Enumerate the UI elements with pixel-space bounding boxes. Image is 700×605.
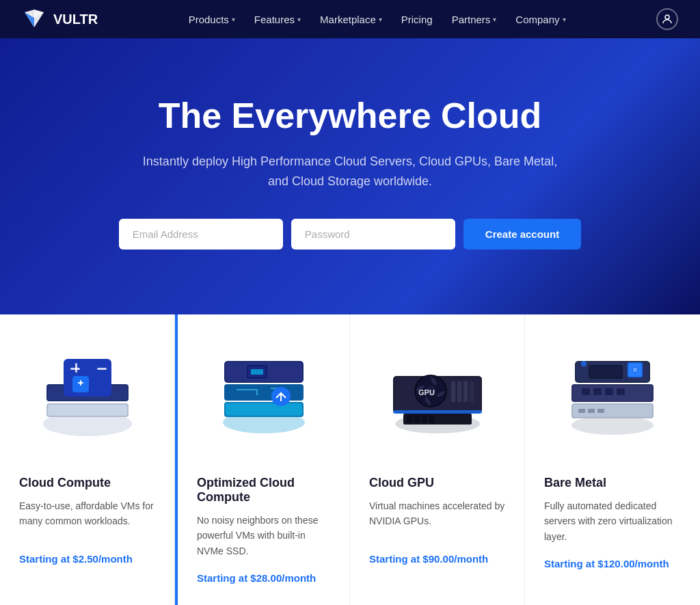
- svg-rect-11: [75, 363, 77, 373]
- svg-rect-62: [590, 366, 621, 377]
- svg-rect-42: [403, 414, 472, 425]
- card-price-optimized[interactable]: Starting at $28.00/month: [197, 572, 330, 584]
- svg-rect-38: [463, 381, 468, 402]
- nav-features[interactable]: Features ▾: [246, 8, 309, 31]
- nav-pricing[interactable]: Pricing: [393, 8, 441, 31]
- svg-rect-43: [407, 415, 412, 423]
- svg-point-3: [665, 15, 669, 19]
- card-desc-baremetal: Fully automated dedicated servers with z…: [544, 498, 681, 544]
- card-image-gpu: GPU: [369, 314, 505, 465]
- svg-rect-37: [457, 381, 461, 402]
- svg-rect-58: [617, 388, 625, 395]
- card-price-baremetal[interactable]: Starting at $120.00/month: [544, 558, 681, 569]
- card-title-gpu: Cloud GPU: [369, 476, 505, 490]
- card-cloud-compute: Cloud Compute Easy-to-use, affordable VM…: [0, 314, 175, 605]
- svg-rect-44: [414, 415, 420, 423]
- logo-text: VULTR: [53, 12, 98, 27]
- chevron-down-icon: ▾: [379, 16, 382, 23]
- svg-rect-6: [48, 405, 127, 416]
- card-price-compute[interactable]: Starting at $2.50/month: [19, 553, 155, 565]
- svg-rect-56: [593, 388, 602, 395]
- nav-marketplace[interactable]: Marketplace ▾: [312, 8, 390, 31]
- svg-rect-15: [80, 380, 81, 386]
- chevron-down-icon: ▾: [493, 16, 496, 23]
- nav-links: Products ▾ Features ▾ Marketplace ▾ Pric…: [180, 8, 574, 31]
- cards-grid: Cloud Compute Easy-to-use, affordable VM…: [0, 314, 700, 605]
- logo[interactable]: VULTR: [22, 7, 98, 31]
- card-image-baremetal: [544, 314, 681, 465]
- nav-company[interactable]: Company ▾: [507, 8, 574, 31]
- hero-title: The Everywhere Cloud: [119, 96, 581, 135]
- chevron-down-icon: ▾: [297, 16, 301, 23]
- svg-rect-55: [582, 388, 590, 395]
- create-account-button[interactable]: Create account: [463, 219, 581, 250]
- card-image-compute: [19, 314, 155, 465]
- card-image-optimized: [197, 314, 330, 465]
- svg-rect-41: [393, 410, 482, 414]
- nav-products[interactable]: Products ▾: [180, 8, 243, 31]
- card-optimized-compute: Optimized Cloud Compute No noisy neighbo…: [175, 314, 350, 605]
- card-title-baremetal: Bare Metal: [544, 476, 681, 490]
- hero-subtitle: Instantly deploy High Performance Cloud …: [131, 152, 569, 191]
- card-desc-optimized: No noisy neighbors on these powerful VMs…: [197, 513, 330, 559]
- email-input[interactable]: [119, 219, 283, 250]
- svg-rect-45: [422, 415, 427, 423]
- svg-rect-46: [429, 415, 435, 423]
- card-title-compute: Cloud Compute: [19, 476, 155, 490]
- svg-rect-50: [578, 409, 585, 413]
- svg-point-47: [571, 416, 654, 435]
- card-bare-metal: Bare Metal Fully automated dedicated ser…: [525, 314, 700, 605]
- hero-section: The Everywhere Cloud Instantly deploy Hi…: [0, 0, 700, 314]
- card-title-optimized: Optimized Cloud Compute: [197, 476, 330, 505]
- card-cloud-gpu: GPU Cloud GPU Virtual machines accelerat…: [350, 314, 525, 605]
- signup-form: Create account: [119, 219, 581, 250]
- chevron-down-icon: ▾: [232, 16, 235, 23]
- user-account-icon[interactable]: [656, 8, 678, 30]
- navbar: VULTR Products ▾ Features ▾ Marketplace …: [0, 0, 700, 38]
- svg-rect-57: [605, 388, 613, 395]
- card-price-gpu[interactable]: Starting at $90.00/month: [369, 553, 505, 565]
- chevron-down-icon: ▾: [563, 16, 566, 23]
- password-input[interactable]: [291, 219, 455, 250]
- svg-rect-36: [451, 381, 455, 402]
- svg-rect-39: [470, 381, 474, 402]
- svg-point-67: [581, 361, 587, 366]
- card-desc-gpu: Virtual machines accelerated by NVIDIA G…: [369, 498, 505, 539]
- svg-rect-66: [633, 368, 637, 372]
- svg-rect-19: [224, 384, 304, 401]
- card-desc-compute: Easy-to-use, affordable VMs for many com…: [19, 498, 155, 539]
- nav-partners[interactable]: Partners ▾: [444, 8, 505, 31]
- products-section: Cloud Compute Easy-to-use, affordable VM…: [0, 314, 700, 605]
- svg-rect-12: [97, 368, 107, 370]
- svg-rect-27: [251, 369, 263, 375]
- svg-rect-51: [588, 409, 595, 413]
- svg-rect-52: [597, 409, 604, 413]
- svg-rect-18: [226, 403, 302, 416]
- svg-text:GPU: GPU: [418, 388, 435, 396]
